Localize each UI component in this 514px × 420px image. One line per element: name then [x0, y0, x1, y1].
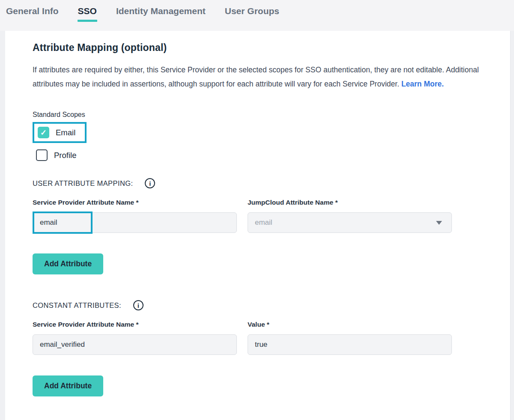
constant-attributes-heading: CONSTANT ATTRIBUTES: i — [33, 300, 510, 310]
tab-user-groups[interactable]: User Groups — [225, 6, 279, 16]
user-attribute-mapping-grid: Service Provider Attribute Name * JumpCl… — [33, 199, 510, 233]
constant-sp-attribute-name-label: Service Provider Attribute Name * — [33, 321, 237, 328]
user-attribute-mapping-heading-text: USER ATTRIBUTE MAPPING: — [33, 179, 133, 188]
email-scope-option[interactable]: ✓ Email — [33, 122, 87, 143]
sp-attribute-input-wrap — [33, 212, 237, 233]
checkmark-icon: ✓ — [40, 128, 47, 137]
sp-attribute-name-label: Service Provider Attribute Name * — [33, 199, 237, 206]
chevron-down-icon — [436, 221, 442, 225]
tab-general-info[interactable]: General Info — [6, 6, 59, 16]
profile-checkbox[interactable] — [36, 149, 48, 161]
page-title: Attribute Mapping (optional) — [33, 42, 510, 54]
profile-scope-option[interactable]: Profile — [33, 149, 510, 161]
info-icon[interactable]: i — [145, 178, 155, 188]
constant-value-label: Value * — [248, 321, 452, 328]
standard-scopes-label: Standard Scopes — [33, 111, 510, 119]
learn-more-link[interactable]: Learn More. — [401, 80, 444, 88]
constant-value-input-wrap — [248, 334, 452, 355]
sso-settings-panel: Attribute Mapping (optional) If attribut… — [5, 31, 511, 420]
constant-attributes-heading-text: CONSTANT ATTRIBUTES: — [33, 301, 121, 310]
constant-sp-attribute-name-input[interactable] — [33, 334, 237, 355]
user-attribute-mapping-heading: USER ATTRIBUTE MAPPING: i — [33, 178, 510, 188]
tab-sso[interactable]: SSO — [78, 6, 97, 16]
email-checkbox[interactable]: ✓ — [38, 127, 49, 138]
constant-value-input[interactable] — [248, 334, 452, 355]
info-icon[interactable]: i — [133, 300, 143, 310]
jumpcloud-attribute-name-label: JumpCloud Attribute Name * — [248, 199, 452, 206]
jumpcloud-attribute-selected-value: email — [255, 218, 272, 227]
add-constant-attribute-button[interactable]: Add Attribute — [33, 375, 103, 396]
tab-bar: General Info SSO Identity Management Use… — [0, 0, 514, 31]
email-scope-label: Email — [56, 128, 75, 137]
profile-scope-label: Profile — [54, 151, 76, 160]
section-description: If attributes are required by either, th… — [33, 63, 481, 91]
jumpcloud-attribute-select[interactable]: email — [248, 212, 452, 233]
tab-identity-management[interactable]: Identity Management — [116, 6, 206, 16]
constant-sp-attribute-input-wrap — [33, 334, 237, 355]
constant-attributes-grid: Service Provider Attribute Name * Value … — [33, 321, 510, 355]
sp-attribute-name-input[interactable] — [33, 212, 237, 233]
add-user-attribute-button[interactable]: Add Attribute — [33, 253, 103, 274]
